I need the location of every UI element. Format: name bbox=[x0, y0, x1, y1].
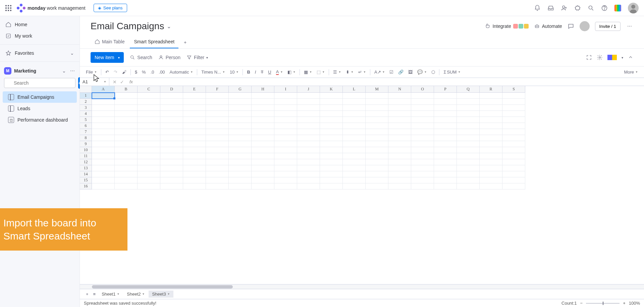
cell[interactable] bbox=[183, 177, 206, 183]
cell[interactable] bbox=[457, 177, 480, 183]
cell[interactable] bbox=[183, 93, 206, 99]
cell[interactable] bbox=[434, 183, 457, 189]
cell[interactable] bbox=[457, 159, 480, 165]
cell[interactable] bbox=[320, 111, 343, 117]
row-header[interactable]: 10 bbox=[80, 147, 92, 153]
cell[interactable] bbox=[252, 159, 274, 165]
cell[interactable] bbox=[206, 123, 229, 129]
sidebar-board-performance-dashboard[interactable]: ◫ Performance dashboard bbox=[3, 114, 77, 126]
cell[interactable] bbox=[138, 159, 160, 165]
cell[interactable] bbox=[434, 135, 457, 141]
workspace-more-icon[interactable]: ⋯ bbox=[69, 68, 75, 74]
cell[interactable] bbox=[320, 171, 343, 177]
cell[interactable] bbox=[229, 129, 252, 135]
borders-button[interactable]: ▦▼ bbox=[302, 68, 314, 76]
cell[interactable] bbox=[229, 177, 252, 183]
cell[interactable] bbox=[183, 141, 206, 147]
cell[interactable] bbox=[206, 129, 229, 135]
cell[interactable] bbox=[206, 111, 229, 117]
cell[interactable] bbox=[138, 123, 160, 129]
cell[interactable] bbox=[457, 183, 480, 189]
apps-menu-icon[interactable] bbox=[5, 5, 11, 11]
cell[interactable] bbox=[92, 177, 115, 183]
cell[interactable] bbox=[343, 111, 366, 117]
cell[interactable] bbox=[434, 117, 457, 123]
cell[interactable] bbox=[252, 99, 274, 105]
cell[interactable] bbox=[92, 123, 115, 129]
cell[interactable] bbox=[320, 117, 343, 123]
cell[interactable] bbox=[457, 171, 480, 177]
cell[interactable] bbox=[274, 117, 297, 123]
cell[interactable] bbox=[229, 141, 252, 147]
cell[interactable] bbox=[160, 165, 183, 171]
cell[interactable] bbox=[160, 117, 183, 123]
column-header[interactable]: P bbox=[434, 86, 457, 93]
cell[interactable] bbox=[457, 111, 480, 117]
cell[interactable] bbox=[320, 153, 343, 159]
cell[interactable] bbox=[411, 183, 434, 189]
cell[interactable] bbox=[480, 117, 502, 123]
row-header[interactable]: 14 bbox=[80, 171, 92, 177]
cell[interactable] bbox=[183, 165, 206, 171]
cell[interactable] bbox=[411, 141, 434, 147]
cell[interactable] bbox=[229, 99, 252, 105]
cell[interactable] bbox=[138, 147, 160, 153]
cell[interactable] bbox=[115, 111, 138, 117]
cell[interactable] bbox=[183, 135, 206, 141]
row-header[interactable]: 7 bbox=[80, 129, 92, 135]
cell[interactable] bbox=[388, 105, 411, 111]
font-size-dropdown[interactable]: 10▼ bbox=[228, 68, 240, 76]
cell[interactable] bbox=[115, 141, 138, 147]
cell[interactable] bbox=[138, 93, 160, 99]
cell[interactable] bbox=[434, 153, 457, 159]
cell[interactable] bbox=[388, 117, 411, 123]
cell[interactable] bbox=[297, 141, 320, 147]
cell[interactable] bbox=[457, 147, 480, 153]
cell[interactable] bbox=[206, 117, 229, 123]
merge-button[interactable]: ⬚▼ bbox=[315, 68, 327, 76]
cell[interactable] bbox=[502, 99, 525, 105]
cell[interactable] bbox=[366, 111, 388, 117]
cell[interactable] bbox=[160, 111, 183, 117]
cell[interactable] bbox=[366, 147, 388, 153]
person-filter-button[interactable]: Person bbox=[158, 55, 180, 60]
cell[interactable] bbox=[252, 171, 274, 177]
cell[interactable] bbox=[366, 177, 388, 183]
cell[interactable] bbox=[388, 153, 411, 159]
sidebar-home[interactable]: Home bbox=[0, 19, 79, 30]
column-header[interactable]: J bbox=[297, 86, 320, 93]
cell[interactable] bbox=[343, 99, 366, 105]
cell[interactable] bbox=[320, 177, 343, 183]
cell[interactable] bbox=[434, 147, 457, 153]
cell[interactable] bbox=[274, 177, 297, 183]
chevron-down-icon[interactable]: ⌄ bbox=[61, 68, 67, 74]
column-header[interactable]: B bbox=[115, 86, 138, 93]
column-header[interactable]: A bbox=[92, 86, 115, 93]
image-button[interactable]: 🖼 bbox=[406, 68, 415, 76]
cell[interactable] bbox=[229, 111, 252, 117]
cell[interactable] bbox=[480, 105, 502, 111]
checkbox-button[interactable]: ☑ bbox=[387, 68, 395, 76]
cell[interactable] bbox=[138, 183, 160, 189]
percent-button[interactable]: % bbox=[140, 68, 148, 76]
board-title[interactable]: Email Campaigns ⌄ bbox=[91, 21, 171, 32]
cell[interactable] bbox=[502, 123, 525, 129]
cell[interactable] bbox=[206, 99, 229, 105]
cell[interactable] bbox=[411, 135, 434, 141]
column-header[interactable]: R bbox=[480, 86, 502, 93]
cell[interactable] bbox=[92, 117, 115, 123]
cell[interactable] bbox=[434, 129, 457, 135]
cell[interactable] bbox=[92, 171, 115, 177]
cell[interactable] bbox=[138, 105, 160, 111]
cell[interactable] bbox=[297, 105, 320, 111]
vertical-align-button[interactable]: ⬍▼ bbox=[344, 68, 356, 76]
cell[interactable] bbox=[434, 165, 457, 171]
cell[interactable] bbox=[502, 165, 525, 171]
column-header[interactable]: K bbox=[320, 86, 343, 93]
cell[interactable] bbox=[320, 183, 343, 189]
cell[interactable] bbox=[183, 123, 206, 129]
cell[interactable] bbox=[366, 117, 388, 123]
cell[interactable] bbox=[92, 183, 115, 189]
cell[interactable] bbox=[297, 99, 320, 105]
column-header[interactable]: N bbox=[388, 86, 411, 93]
